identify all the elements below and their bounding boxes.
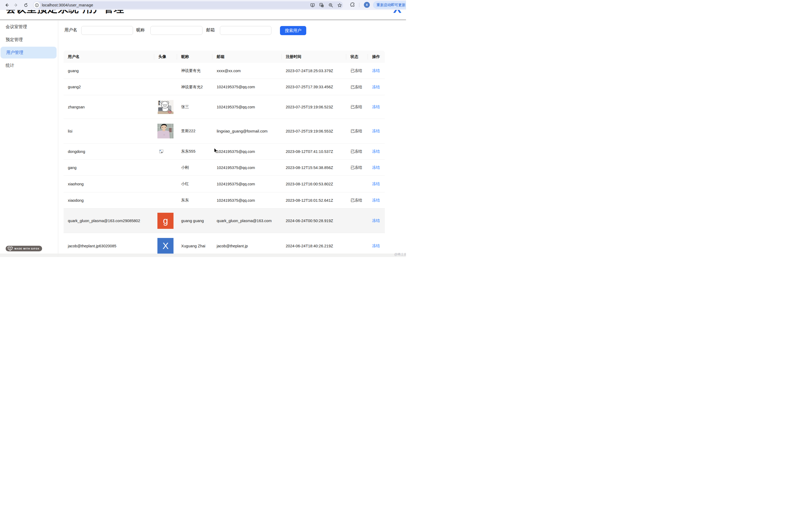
- cell-status: 已冻结: [346, 68, 368, 73]
- cell-username: lisi: [63, 129, 154, 133]
- cell-nickname: 小刚: [177, 165, 213, 170]
- cell-email: jacob@theplant.jp: [212, 244, 282, 248]
- gifox-badge: MADE WITH GIFOX: [6, 246, 42, 251]
- sidebar-item-2[interactable]: 用户管理: [1, 47, 57, 58]
- table-row-8: quark_gluon_plasma@163.com29085802gguang…: [63, 208, 385, 233]
- cell-email: quark_gluon_plasma@163.com: [212, 219, 282, 223]
- column-header-3: 邮箱: [212, 51, 282, 63]
- cell-action: 冻结: [368, 181, 385, 187]
- cell-email: 1024195375@qq.com: [212, 166, 282, 170]
- url-text[interactable]: localhost:3004/user_manage: [42, 3, 93, 7]
- letter-avatar: g: [157, 213, 174, 229]
- cell-status: 已冻结: [346, 128, 368, 134]
- cell-action: 冻结: [368, 218, 385, 223]
- cell-nickname: 神说要有光2: [177, 85, 213, 90]
- cell-register-time: 2023-07-25T19:19:06.523Z: [282, 105, 346, 109]
- cell-username: zhangsan: [63, 105, 154, 109]
- address-bar[interactable]: localhost:3004/user_manage G文: [33, 1, 343, 9]
- table-row-1: guang2神说要有光21024195375@qq.com2023-07-25T…: [63, 79, 385, 95]
- cell-email: 1024195375@qq.com: [212, 149, 282, 154]
- letter-avatar: X: [157, 238, 174, 254]
- bottom-fade-band: [0, 254, 406, 257]
- zoom-icon[interactable]: [328, 2, 333, 8]
- gifox-badge-label: MADE WITH GIFOX: [14, 247, 39, 250]
- site-info-icon[interactable]: [33, 2, 40, 8]
- cell-action: 冻结: [368, 128, 385, 134]
- cell-username: xiaodong: [63, 198, 154, 203]
- header-user-glyph: X: [393, 10, 401, 16]
- cell-register-time: 2023-08-12T07:41:10.537Z: [282, 149, 346, 154]
- table-row-6: xiaohong小红1024195375@qq.com2023-08-12T16…: [63, 176, 385, 192]
- table-row-2: zhangsan摸鱼张三1024195375@qq.com2023-07-25T…: [63, 95, 385, 119]
- cell-email: 1024195375@qq.com: [212, 105, 282, 109]
- cell-avatar: 摸鱼: [154, 100, 177, 114]
- cell-email: 1024195375@qq.com: [212, 85, 282, 89]
- freeze-link[interactable]: 冻结: [372, 85, 380, 89]
- table-row-4: dongdong东东5551024195375@qq.com2023-08-12…: [63, 144, 385, 160]
- cell-nickname: 东东555: [177, 149, 213, 154]
- cell-register-time: 2023-07-24T18:25:03.379Z: [282, 69, 346, 73]
- sidebar-item-3[interactable]: 统计: [0, 60, 58, 72]
- freeze-link[interactable]: 冻结: [372, 181, 380, 186]
- forward-icon[interactable]: [13, 2, 19, 8]
- table-row-0: guang神说要有光xxxx@xx.com2023-07-24T18:25:03…: [63, 63, 385, 79]
- browser-profile-avatar[interactable]: X: [364, 2, 370, 8]
- sidebar: 会议室管理预定管理用户管理统计: [0, 21, 58, 257]
- table-row-5: gang小刚1024195375@qq.com2023-08-12T15:54:…: [63, 160, 385, 176]
- freeze-link[interactable]: 冻结: [372, 218, 380, 223]
- column-header-6: 操作: [368, 51, 385, 63]
- translate-icon[interactable]: G文: [319, 2, 324, 8]
- freeze-link[interactable]: 冻结: [372, 105, 380, 109]
- bookmark-star-icon[interactable]: [337, 2, 342, 8]
- cell-action: 冻结: [368, 243, 385, 249]
- sidebar-item-0[interactable]: 会议室管理: [0, 21, 58, 33]
- extensions-puzzle-icon[interactable]: [350, 2, 355, 7]
- freeze-link[interactable]: 冻结: [372, 149, 380, 153]
- portrait-photo-avatar-image: [157, 124, 174, 138]
- cell-status: 已冻结: [346, 85, 368, 90]
- mouse-cursor: [214, 148, 218, 155]
- search-field-label-2: 邮箱: [206, 27, 215, 33]
- table-row-3: lisi里斯222lingxiao_guang@foxmail.com2023-…: [63, 119, 385, 144]
- cell-action: 冻结: [368, 104, 385, 110]
- install-icon[interactable]: [310, 2, 315, 8]
- search-input-2[interactable]: [220, 26, 271, 35]
- broken-image-icon: [159, 150, 163, 153]
- cell-status: 已冻结: [346, 149, 368, 154]
- freeze-link[interactable]: 冻结: [372, 198, 380, 202]
- cell-nickname: 张三: [177, 104, 213, 110]
- column-header-2: 昵称: [177, 51, 213, 63]
- cell-avatar: [154, 124, 177, 138]
- search-input-0[interactable]: [81, 26, 133, 35]
- relaunch-update-chip[interactable]: 重新启动即可更新: [373, 1, 406, 9]
- cell-avatar: g: [154, 213, 177, 229]
- back-icon[interactable]: [3, 2, 10, 8]
- search-input-1[interactable]: [150, 26, 202, 35]
- page-title: 会议室预定系统-用户管理: [6, 10, 124, 16]
- sidebar-item-1[interactable]: 预定管理: [0, 34, 58, 46]
- cell-username: gang: [63, 166, 154, 170]
- search-users-button[interactable]: 搜索用户: [280, 26, 306, 35]
- freeze-link[interactable]: 冻结: [372, 244, 380, 248]
- cell-email: 1024195375@qq.com: [212, 198, 282, 203]
- cell-username: quark_gluon_plasma@163.com29085802: [63, 219, 154, 223]
- cell-email: lingxiao_guang@foxmail.com: [212, 129, 282, 133]
- column-header-0: 用户名: [63, 51, 154, 63]
- table-body: guang神说要有光xxxx@xx.com2023-07-24T18:25:03…: [63, 63, 385, 257]
- pig-cartoon-avatar-image: 摸鱼: [158, 100, 174, 114]
- freeze-link[interactable]: 冻结: [372, 165, 380, 170]
- cell-register-time: 2023-08-12T15:54:38.856Z: [282, 166, 346, 170]
- cell-username: xiaohong: [63, 182, 154, 186]
- freeze-link[interactable]: 冻结: [372, 68, 380, 73]
- freeze-link[interactable]: 冻结: [372, 129, 380, 133]
- cell-register-time: 2024-06-24T00:50:28.919Z: [282, 219, 346, 223]
- reload-icon[interactable]: [23, 2, 29, 8]
- cell-nickname: 东东: [177, 198, 213, 203]
- gifox-fox-icon: [7, 246, 13, 251]
- cell-register-time: 2023-07-25T19:19:06.553Z: [282, 129, 346, 133]
- cell-username: guang: [63, 69, 154, 73]
- table-row-7: xiaodong东东1024195375@qq.com2023-08-12T16…: [63, 192, 385, 208]
- search-field-label-1: 昵称: [136, 27, 145, 33]
- cell-nickname: Xuguang Zhai: [177, 244, 213, 248]
- cell-nickname: 小红: [177, 181, 213, 187]
